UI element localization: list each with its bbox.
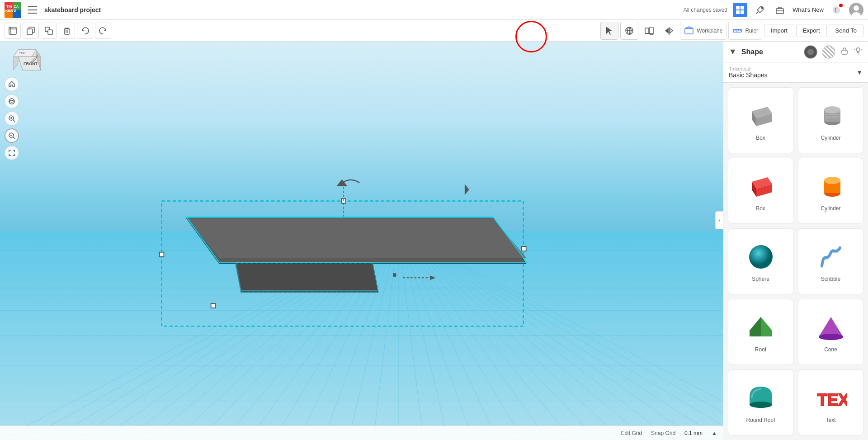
shapes-dropdown-button[interactable]: ▼ bbox=[856, 69, 863, 76]
snap-align-button[interactable] bbox=[640, 22, 658, 40]
fit-all-button[interactable] bbox=[5, 146, 19, 160]
svg-marker-117 bbox=[430, 275, 436, 280]
user-avatar[interactable] bbox=[849, 3, 863, 17]
svg-rect-28 bbox=[27, 29, 33, 34]
svg-rect-100 bbox=[522, 246, 526, 251]
zoom-in-button[interactable] bbox=[5, 111, 19, 126]
duplicate-button[interactable] bbox=[41, 23, 57, 39]
ruler-button[interactable]: Ruler bbox=[728, 22, 762, 40]
svg-rect-11 bbox=[736, 6, 740, 9]
grid-view-button[interactable] bbox=[733, 3, 747, 17]
snap-grid-arrow[interactable]: ▲ bbox=[712, 430, 717, 436]
delete-button[interactable] bbox=[59, 23, 75, 39]
solid-mode-button[interactable] bbox=[804, 45, 817, 59]
lock-button[interactable] bbox=[840, 46, 849, 57]
shape-name-box-red: Box bbox=[756, 205, 765, 212]
shape-item-scribble[interactable]: Scribble bbox=[798, 228, 863, 294]
view-tool-button[interactable] bbox=[620, 22, 638, 40]
svg-text:KER: KER bbox=[5, 9, 13, 13]
undo-button[interactable] bbox=[77, 23, 93, 39]
shape-item-cone-purple[interactable]: Cone bbox=[798, 299, 863, 365]
shape-item-roof-green[interactable]: Roof bbox=[728, 299, 793, 365]
shape-item-text[interactable]: TEXT Text bbox=[798, 369, 863, 435]
toolbar-right: Workplane Ruler Import Export Send To bbox=[600, 22, 863, 40]
menu-button[interactable] bbox=[25, 3, 40, 17]
shape-item-box-red[interactable]: Box bbox=[728, 158, 793, 224]
workplane-label: Workplane bbox=[697, 28, 722, 34]
shape-collapse-button[interactable]: ▼ bbox=[729, 47, 737, 57]
zoom-out-button[interactable] bbox=[5, 128, 19, 143]
svg-rect-45 bbox=[685, 28, 693, 34]
shape-preview-round-roof bbox=[745, 382, 777, 414]
svg-point-16 bbox=[761, 7, 763, 9]
svg-rect-9 bbox=[28, 9, 37, 10]
svg-point-19 bbox=[833, 6, 840, 14]
orientation-cube[interactable]: FRONT RIGHT TOP bbox=[9, 45, 45, 81]
import-button[interactable]: Import bbox=[764, 24, 794, 37]
shape-preview-text: TEXT bbox=[815, 382, 847, 414]
svg-marker-160 bbox=[750, 317, 761, 336]
project-name: skateboard project bbox=[44, 6, 679, 14]
shape-preview-cone-purple bbox=[815, 311, 847, 344]
shape-name-round-roof: Round Roof bbox=[746, 417, 775, 423]
svg-rect-30 bbox=[48, 30, 52, 34]
panel-expand-button[interactable]: › bbox=[715, 211, 723, 229]
tools-button[interactable] bbox=[753, 3, 767, 17]
whats-new-button[interactable]: What's New bbox=[793, 6, 824, 13]
bottom-status-bar: Edit Grid Snap Grid 0.1 mm ▲ bbox=[0, 426, 723, 440]
shape-name-text: Text bbox=[826, 417, 835, 423]
snap-grid-label: Snap Grid bbox=[651, 430, 675, 436]
sendto-button[interactable]: Send To bbox=[829, 24, 863, 37]
svg-rect-135 bbox=[842, 50, 847, 54]
shape-preview-cylinder-gray bbox=[815, 99, 847, 132]
viewport[interactable] bbox=[0, 42, 723, 440]
svg-marker-161 bbox=[761, 317, 772, 336]
hole-mode-button[interactable] bbox=[822, 45, 835, 59]
shapes-category-bar: Tinkercad Basic Shapes ▼ bbox=[723, 62, 868, 83]
svg-rect-104 bbox=[393, 273, 396, 277]
home-view-button[interactable] bbox=[5, 77, 19, 91]
shape-name-scribble: Scribble bbox=[821, 276, 840, 282]
svg-marker-44 bbox=[670, 28, 673, 33]
svg-text:TOP: TOP bbox=[19, 52, 26, 55]
edit-grid-button[interactable]: Edit Grid bbox=[621, 430, 642, 436]
briefcase-button[interactable] bbox=[773, 3, 787, 17]
svg-point-158 bbox=[749, 245, 773, 269]
workplane-button[interactable]: Workplane bbox=[680, 22, 726, 40]
shape-name-cone: Cone bbox=[824, 346, 837, 353]
shape-preview-box-red bbox=[745, 170, 777, 203]
svg-text:!: ! bbox=[835, 8, 836, 13]
shapes-library-panel: Tinkercad Basic Shapes ▼ Box bbox=[723, 62, 868, 440]
notification-badge bbox=[839, 4, 843, 7]
header-right: All changes saved What's New bbox=[684, 3, 863, 17]
new-button[interactable] bbox=[5, 23, 21, 39]
svg-point-157 bbox=[824, 177, 840, 184]
notification-button[interactable]: ! bbox=[829, 3, 844, 17]
select-tool-button[interactable] bbox=[600, 22, 618, 40]
shape-item-cylinder-gray[interactable]: Cylinder bbox=[798, 87, 863, 153]
svg-text:CA: CA bbox=[14, 5, 19, 9]
orbit-button[interactable] bbox=[5, 94, 19, 109]
header: TIN KER CA D skateboard project All chan… bbox=[0, 0, 868, 20]
all-changes-saved-label: All changes saved bbox=[684, 7, 727, 13]
export-button[interactable]: Export bbox=[796, 24, 827, 37]
svg-point-134 bbox=[807, 49, 814, 55]
shapes-category-name: Basic Shapes bbox=[729, 71, 768, 79]
shape-item-box-gray[interactable]: Box bbox=[728, 87, 793, 153]
copy-button[interactable] bbox=[23, 23, 39, 39]
svg-rect-13 bbox=[736, 10, 740, 14]
svg-rect-24 bbox=[9, 27, 16, 34]
svg-text:D: D bbox=[14, 9, 16, 13]
svg-line-132 bbox=[13, 137, 15, 139]
mirror-button[interactable] bbox=[660, 22, 678, 40]
shape-name-sphere-blue: Sphere bbox=[752, 276, 769, 282]
shape-preview-box-gray bbox=[745, 99, 777, 132]
shape-item-cylinder-orange[interactable]: Cylinder bbox=[798, 158, 863, 224]
svg-marker-43 bbox=[665, 28, 668, 33]
redo-button[interactable] bbox=[95, 23, 111, 39]
light-button[interactable] bbox=[854, 46, 863, 57]
shape-item-round-roof[interactable]: Round Roof bbox=[728, 369, 793, 435]
shape-item-sphere-blue[interactable]: Sphere bbox=[728, 228, 793, 294]
snap-grid-value[interactable]: 0.1 mm bbox=[684, 430, 703, 436]
shape-name-box-gray: Box bbox=[756, 135, 765, 141]
